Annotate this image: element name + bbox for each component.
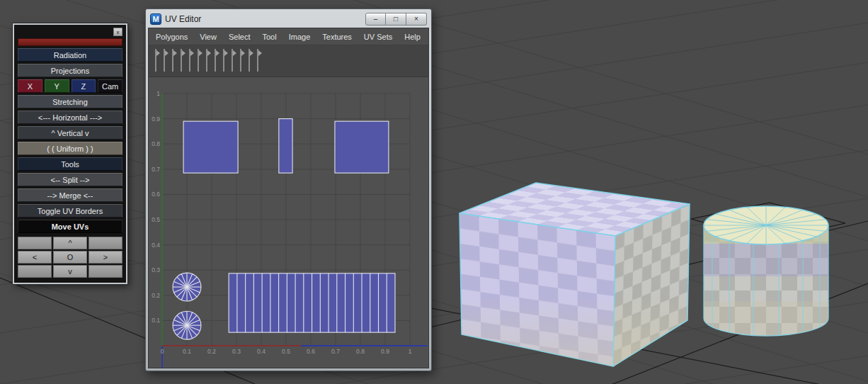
move-uvs-button[interactable]: Move UVs bbox=[18, 220, 122, 233]
uv-shell-rect bbox=[335, 121, 389, 173]
uv-menubar: PolygonsViewSelectToolImageTexturesUV Se… bbox=[149, 28, 428, 45]
maximize-button[interactable]: □ bbox=[386, 13, 406, 26]
toolbar-flag-icon[interactable] bbox=[197, 49, 203, 72]
axis-buttons-row: XYZCam bbox=[18, 79, 122, 93]
merge-button[interactable]: --> Merge <-- bbox=[18, 188, 122, 202]
toolbar-flag-icon[interactable] bbox=[205, 49, 212, 72]
palette-close-button[interactable]: x bbox=[113, 28, 122, 36]
move-uvs-pad: ^<O>v bbox=[18, 237, 122, 278]
menu-textures[interactable]: Textures bbox=[322, 33, 352, 41]
svg-text:0.8: 0.8 bbox=[152, 140, 160, 147]
svg-text:0.7: 0.7 bbox=[152, 166, 160, 173]
toolbar-flag-icon[interactable] bbox=[222, 49, 229, 72]
pad-blank-button[interactable] bbox=[88, 237, 122, 249]
axis-cam-button[interactable]: Cam bbox=[98, 79, 122, 93]
close-button[interactable]: × bbox=[406, 13, 427, 26]
move-down-button[interactable]: v bbox=[53, 265, 87, 278]
menu-view[interactable]: View bbox=[200, 33, 217, 41]
uv-editor-client: PolygonsViewSelectToolImageTexturesUV Se… bbox=[148, 28, 429, 368]
viewport-3d bbox=[0, 0, 868, 384]
menu-tool[interactable]: Tool bbox=[263, 33, 277, 41]
toolbar-flag-icon[interactable] bbox=[231, 49, 237, 72]
toolbar-flag-icon[interactable] bbox=[180, 49, 186, 72]
svg-text:0.7: 0.7 bbox=[331, 348, 340, 355]
pad-blank-button[interactable] bbox=[18, 237, 52, 249]
move-center-button[interactable]: O bbox=[53, 251, 87, 264]
palette-titlebar[interactable]: x bbox=[18, 28, 122, 37]
move-right-button[interactable]: > bbox=[88, 251, 122, 264]
toolbar-flag-icon[interactable] bbox=[163, 49, 169, 72]
uv-tools-palette: x RadiationProjectionsXYZCamStretching<-… bbox=[13, 23, 127, 284]
cube-object[interactable] bbox=[459, 183, 690, 366]
uv-canvas[interactable]: 10.90.80.70.60.50.40.30.20.100.10.20.30.… bbox=[149, 77, 428, 368]
uniform-button[interactable]: ( ( Uniform ) ) bbox=[18, 142, 122, 155]
svg-text:0.6: 0.6 bbox=[152, 191, 160, 198]
palette-color-bar bbox=[18, 38, 122, 46]
svg-text:1: 1 bbox=[156, 90, 160, 97]
svg-text:0.3: 0.3 bbox=[152, 266, 160, 273]
cylinder-object[interactable] bbox=[691, 203, 845, 344]
uv-shell-rect bbox=[183, 121, 238, 173]
toolbar-flag-icon[interactable] bbox=[214, 49, 220, 72]
palette-rows: RadiationProjectionsXYZCamStretching<---… bbox=[18, 38, 122, 278]
projections-button[interactable]: Projections bbox=[18, 64, 122, 77]
svg-text:0: 0 bbox=[161, 348, 164, 355]
pad-blank-button[interactable] bbox=[88, 265, 122, 278]
menu-help[interactable]: Help bbox=[404, 33, 421, 41]
uv-editor-window: M UV Editor – □ × PolygonsViewSelectTool… bbox=[145, 9, 432, 371]
axis-z-button[interactable]: Z bbox=[72, 79, 96, 93]
menu-polygons[interactable]: Polygons bbox=[156, 33, 188, 41]
uv-shells[interactable] bbox=[173, 119, 395, 340]
toolbar-flag-icon[interactable] bbox=[256, 49, 263, 72]
toolbar-flag-icon[interactable] bbox=[239, 49, 246, 72]
svg-text:0.1: 0.1 bbox=[183, 348, 191, 355]
toolbar-flag-icon[interactable] bbox=[171, 49, 178, 72]
svg-text:0.5: 0.5 bbox=[152, 216, 160, 223]
move-up-button[interactable]: ^ bbox=[53, 237, 87, 249]
axis-x-button[interactable]: X bbox=[18, 79, 42, 93]
cylinder-top-center bbox=[765, 224, 767, 227]
svg-text:0.4: 0.4 bbox=[257, 348, 265, 355]
svg-text:0.1: 0.1 bbox=[152, 317, 160, 324]
svg-text:0.9: 0.9 bbox=[152, 115, 160, 123]
vertical-v-button[interactable]: ^ Vertical v bbox=[18, 126, 122, 140]
svg-text:0.2: 0.2 bbox=[152, 292, 160, 299]
svg-text:0.5: 0.5 bbox=[282, 348, 290, 355]
toggle-uv-borders-button[interactable]: Toggle UV Borders bbox=[18, 204, 122, 218]
window-title: UV Editor bbox=[165, 14, 201, 24]
move-left-button[interactable]: < bbox=[18, 251, 52, 264]
axis-y-button[interactable]: Y bbox=[45, 79, 69, 93]
svg-text:0.9: 0.9 bbox=[381, 348, 389, 355]
uv-canvas-svg[interactable]: 10.90.80.70.60.50.40.30.20.100.10.20.30.… bbox=[149, 77, 428, 368]
horizontal-button[interactable]: <--- Horizontal ---> bbox=[18, 111, 122, 124]
uv-editor-titlebar[interactable]: M UV Editor – □ × bbox=[148, 11, 429, 28]
uv-toolbar bbox=[149, 45, 428, 77]
tools-button[interactable]: Tools bbox=[18, 157, 122, 171]
menu-uv-sets[interactable]: UV Sets bbox=[364, 33, 392, 41]
maya-app-icon: M bbox=[150, 13, 161, 25]
toolbar-flag-icon[interactable] bbox=[154, 49, 161, 72]
split-button[interactable]: <-- Split --> bbox=[18, 173, 122, 186]
svg-text:0.8: 0.8 bbox=[356, 348, 365, 355]
svg-text:0.6: 0.6 bbox=[307, 348, 315, 355]
svg-text:1: 1 bbox=[409, 348, 412, 355]
toolbar-flag-icon[interactable] bbox=[248, 49, 254, 72]
svg-text:0.2: 0.2 bbox=[207, 348, 216, 355]
stretching-button[interactable]: Stretching bbox=[18, 95, 122, 108]
svg-text:0.4: 0.4 bbox=[152, 242, 160, 249]
menu-image[interactable]: Image bbox=[289, 33, 311, 41]
window-controls: – □ × bbox=[365, 13, 427, 26]
uv-shell-rect bbox=[279, 119, 292, 174]
menu-select[interactable]: Select bbox=[229, 33, 251, 41]
pad-blank-button[interactable] bbox=[18, 265, 52, 278]
radiation-button[interactable]: Radiation bbox=[18, 48, 122, 62]
minimize-button[interactable]: – bbox=[365, 13, 386, 26]
svg-text:0.3: 0.3 bbox=[232, 348, 241, 355]
toolbar-flag-icon[interactable] bbox=[188, 49, 195, 72]
